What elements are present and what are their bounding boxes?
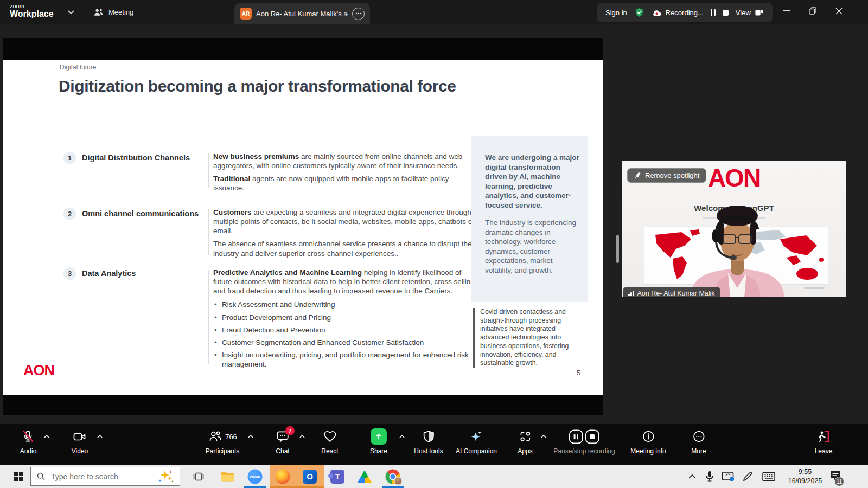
tray-pen-button[interactable] — [742, 471, 753, 482]
taskbar-search[interactable] — [30, 467, 180, 486]
file-explorer-button[interactable] — [221, 470, 235, 483]
share-label: Share — [370, 447, 387, 455]
zoom-workplace-logo: zoom Workplace — [10, 3, 54, 19]
sparkle-icon — [469, 429, 483, 444]
chat-badge: 7 — [285, 426, 295, 435]
touch-keyboard-icon — [762, 472, 775, 481]
info-icon — [641, 429, 655, 444]
row-number-1: 1 — [63, 152, 76, 164]
task-view-button[interactable] — [192, 470, 205, 483]
participants-icon — [208, 429, 222, 444]
audio-button[interactable]: Audio — [20, 429, 37, 455]
search-icon — [36, 472, 46, 481]
cloud-recording-icon — [652, 9, 662, 17]
audio-chevron[interactable] — [43, 434, 50, 439]
row-text-3: Predictive Analytics and Machine Learnin… — [213, 268, 480, 372]
slide-eyebrow: Digital future — [60, 63, 96, 71]
start-button[interactable] — [8, 465, 29, 488]
zoom-app-button[interactable]: zoom — [248, 469, 263, 484]
search-input[interactable] — [50, 472, 154, 481]
view-button[interactable]: View — [736, 9, 764, 17]
ai-companion-button[interactable]: AI Companion — [456, 429, 497, 455]
participants-count: 766 — [225, 433, 237, 441]
ellipsis-icon — [692, 429, 706, 444]
meeting-people-icon — [93, 8, 104, 17]
participants-chevron[interactable] — [247, 434, 254, 439]
workspace-chevron-down-icon[interactable] — [67, 10, 75, 15]
video-chevron[interactable] — [97, 434, 103, 439]
zoom-app-icon: zoom — [248, 469, 263, 484]
divider — [208, 270, 209, 364]
brand-workplace-text: Workplace — [10, 9, 54, 19]
touch-keyboard-button[interactable] — [762, 472, 775, 481]
task-view-icon — [192, 470, 205, 483]
teams-button[interactable]: T — [330, 470, 344, 484]
participants-label: Participants — [206, 447, 240, 455]
tray-mic-button[interactable] — [705, 471, 714, 483]
tray-show-hidden-button[interactable] — [688, 474, 697, 479]
chat-button[interactable]: 7 Chat — [276, 429, 290, 455]
host-tools-button[interactable]: Host tools — [414, 429, 443, 455]
tab-more-icon[interactable] — [352, 8, 365, 20]
participants-button[interactable]: 766 Participants — [206, 429, 240, 455]
recording-label: Recording... — [666, 9, 704, 17]
meeting-info-label: Meeting info — [630, 447, 666, 455]
meeting-main-area: Digital future Digitization becoming a m… — [0, 24, 868, 424]
pin-icon — [634, 172, 641, 179]
clock-date: 16/09/2025 — [788, 477, 822, 485]
tray-display-button[interactable] — [722, 471, 735, 482]
stop-recording-icon[interactable] — [723, 10, 729, 16]
pause-stop-recording-button[interactable]: Pause/stop recording — [553, 429, 615, 455]
slide-bullet: Fraud Detection and Prevention — [213, 325, 480, 335]
taskbar-clock[interactable]: 9:55 16/09/2025 — [786, 465, 824, 488]
copilot-sparkle-icon — [158, 470, 174, 484]
react-button[interactable]: React — [321, 429, 338, 455]
slide-quote-box: We are undergoing a major digital transf… — [471, 136, 588, 302]
notification-center-button[interactable]: 11 — [829, 469, 842, 482]
chrome-button[interactable] — [386, 469, 400, 484]
video-button[interactable]: Video — [72, 429, 88, 455]
maximize-button[interactable] — [800, 0, 826, 22]
leave-button[interactable]: Leave — [815, 429, 833, 455]
firefox-icon — [276, 469, 290, 484]
tab-screen-share[interactable]: AR Aon Re- Atul Kumar Malik's scree — [234, 3, 370, 24]
pause-recording-icon[interactable] — [711, 9, 716, 16]
google-drive-button[interactable] — [358, 470, 372, 483]
spotlight-video-tile[interactable]: AON Welcome to AonGPT — [622, 161, 846, 297]
tray-display-icon — [722, 471, 735, 482]
more-button[interactable]: More — [691, 429, 706, 455]
row-label-3: Data Analytics — [82, 269, 136, 278]
quote-body: The industry is experiencing dramatic ch… — [485, 218, 579, 275]
share-button[interactable]: Share — [370, 429, 387, 455]
security-shield-icon[interactable] — [634, 7, 644, 18]
close-button[interactable] — [826, 0, 852, 22]
apps-chevron[interactable] — [540, 434, 547, 439]
slide-bullet: Insight on underwriting, pricing, and po… — [213, 350, 480, 369]
participant-name-label: Aon Re- Atul Kumar Malik — [637, 290, 715, 297]
outlook-button[interactable]: O — [303, 470, 317, 484]
host-tools-label: Host tools — [414, 447, 443, 455]
aon-logo: AON — [23, 362, 54, 379]
apps-label: Apps — [518, 447, 532, 455]
meeting-info-button[interactable]: Meeting info — [630, 429, 666, 455]
share-chevron[interactable] — [399, 434, 405, 439]
divider — [208, 209, 209, 255]
recording-indicator: Recording... — [652, 9, 704, 17]
sign-in-button[interactable]: Sign in — [605, 9, 627, 17]
row-number-2: 2 — [63, 208, 76, 220]
presentation-slide: Digital future Digitization becoming a m… — [3, 60, 603, 395]
chat-chevron[interactable] — [299, 434, 305, 439]
apps-button[interactable]: Apps — [518, 429, 532, 455]
scrollbar[interactable] — [616, 235, 619, 263]
tab-meeting[interactable]: Meeting — [93, 0, 133, 24]
brand-zoom-text: zoom — [10, 3, 54, 9]
shared-screen: Digital future Digitization becoming a m… — [3, 38, 603, 415]
minimize-button[interactable] — [774, 0, 800, 22]
firefox-button[interactable] — [276, 469, 290, 484]
share-screen-icon — [371, 428, 387, 445]
tab-screen-share-label: Aon Re- Atul Kumar Malik's scree — [256, 10, 348, 18]
titlebar-controls: Sign in Recording... View — [597, 3, 773, 22]
heart-icon — [323, 429, 337, 444]
remove-spotlight-button[interactable]: Remove spotlight — [627, 168, 706, 183]
meeting-toolbar: Audio Video 766 Participants 7 Chat Reac… — [0, 424, 868, 465]
